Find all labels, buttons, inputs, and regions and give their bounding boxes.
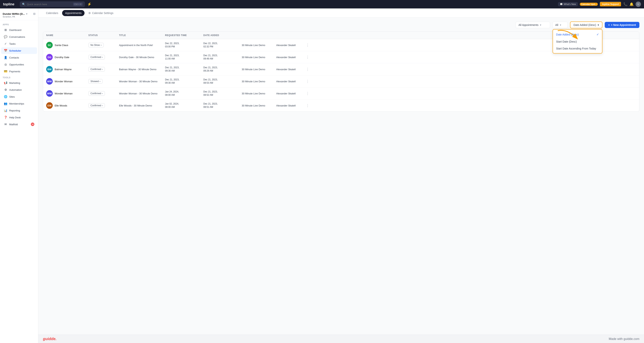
status-arrow-icon: ▾ [102, 105, 103, 107]
status-filter-dropdown[interactable]: All ▾ [552, 22, 568, 28]
status-badge[interactable]: Confirmed ▾ [88, 55, 105, 60]
sort-option-start-date-asc-today[interactable]: Start Date Ascending From Today [553, 45, 602, 52]
sidebar-item-payments[interactable]: 💳 Payments [1, 68, 37, 75]
status-badge[interactable]: Confirmed ▾ [88, 67, 105, 72]
opportunities-icon: ◎ [4, 63, 7, 66]
contact-name[interactable]: Elle Woods [55, 104, 67, 107]
appointments-filter-dropdown[interactable]: All Appointments ▾ [516, 22, 550, 28]
contact-name[interactable]: Batman Wayne [55, 68, 72, 71]
row-assigned-cell: Alexander Skatell [273, 89, 304, 98]
more-options-button[interactable]: ⋮ [307, 43, 308, 47]
layout-icon[interactable]: ⊟ [33, 12, 36, 15]
more-options-button[interactable]: ⋮ [307, 67, 308, 71]
more-options-button[interactable]: ⋮ [307, 55, 308, 59]
lightning-icon[interactable]: ⚡ [87, 2, 92, 6]
mailfold-icon: ✉ [4, 123, 7, 126]
new-appointment-button[interactable]: + + New Appointment [605, 22, 640, 28]
reporting-icon: 📊 [4, 109, 7, 112]
guidde-logo: guidde. [43, 337, 56, 341]
payments-icon: 💳 [4, 70, 7, 73]
row-assigned-cell: Alexander Skatell [273, 77, 304, 86]
sidebar-item-reporting[interactable]: 📊 Reporting [1, 107, 37, 114]
contact-name[interactable]: Wonder Woman [55, 92, 72, 95]
page-body: All Appointments ▾ All ▾ Date Added (Des… [38, 18, 644, 334]
table-row: WW Wonder Woman Confirmed ▾ Wonder Woman… [43, 88, 639, 100]
sidebar-item-tasks[interactable]: ✓ Tasks [1, 41, 37, 47]
global-search-container[interactable]: 🔍 Ctrl + K [20, 1, 85, 7]
tab-calendars[interactable]: Calendars [43, 10, 61, 16]
conversations-icon: 💬 [4, 35, 7, 39]
sidebar-item-label: Dashboard [9, 29, 22, 32]
sidebar-item-sites[interactable]: 🌐 Sites [1, 93, 37, 100]
row-name-cell: SC Santa Claus [43, 39, 85, 51]
sidebar-item-marketing[interactable]: 📢 Marketing [1, 80, 37, 86]
more-options-button[interactable]: ⋮ [307, 79, 308, 84]
more-options-button[interactable]: ⋮ [307, 103, 308, 108]
row-calendar-cell: 30 Minute Live Demo [239, 53, 273, 61]
row-title-cell: Appointment in the North Pole! [116, 41, 162, 49]
sidebar-item-label: Memberships [9, 102, 24, 105]
avatar: WW [46, 90, 53, 97]
contact-name[interactable]: Dorothy Gale [55, 56, 70, 59]
row-more-cell: ⋮ [304, 52, 312, 62]
sidebar: Dunder Mifflin [D... ▾ ⊟ Scranton, PA Ap… [0, 9, 38, 343]
user-avatar[interactable]: U [636, 2, 641, 7]
footer-text: Made with guidde.com [609, 337, 640, 341]
sidebar-item-automation[interactable]: ⚙ Automation [1, 87, 37, 93]
status-badge[interactable]: Confirmed ▾ [88, 103, 105, 108]
sidebar-item-conversations[interactable]: 💬 Conversations [1, 34, 37, 40]
row-status-cell: Confirmed ▾ [85, 64, 116, 74]
tab-appointments[interactable]: Appointments [62, 10, 85, 16]
sidebar-item-scheduler[interactable]: 📅 Scheduler [1, 47, 37, 54]
sidebar-item-dashboard[interactable]: ⊞ Dashboard [1, 27, 37, 33]
search-input[interactable] [27, 3, 72, 6]
workspace-selector[interactable]: Dunder Mifflin [D... ▾ ⊟ Scranton, PA [0, 11, 38, 20]
col-actions [304, 32, 312, 39]
status-arrow-icon: ▾ [100, 80, 100, 83]
sidebar-item-helpdesk[interactable]: ❓ Help Desk [1, 114, 37, 121]
avatar: BW [46, 66, 53, 73]
mailfold-badge: 16 [31, 123, 34, 126]
row-title-cell: Wonder Woman - 30 Minute Demo [116, 89, 162, 98]
row-date-added-cell: Dec 22, 2023,02:32 PM [200, 39, 239, 51]
row-date-added-cell: Dec 21, 2023,09:29 AM [200, 63, 239, 75]
status-badge[interactable]: No Show ▾ [88, 43, 104, 47]
row-name-cell: EW Elle Woods [43, 100, 85, 111]
sidebar-item-mailfold[interactable]: ✉ Mailfold 16 [1, 121, 37, 128]
sidebar-item-label: Sites [9, 95, 15, 98]
sidebar-item-contacts[interactable]: 👤 Contacts [1, 54, 37, 61]
phone-icon[interactable]: 📞 [623, 2, 628, 6]
row-status-cell: Showed ▾ [85, 76, 116, 86]
sort-option-start-date-desc[interactable]: Start Date (Desc) [553, 38, 602, 45]
row-more-cell: ⋮ [304, 89, 312, 98]
status-arrow-icon: ▾ [102, 56, 103, 58]
more-options-button[interactable]: ⋮ [307, 91, 308, 96]
status-badge[interactable]: Confirmed ▾ [88, 91, 105, 96]
checkmark-icon: ✓ [596, 33, 599, 36]
sidebar-item-opportunities[interactable]: ◎ Opportunities [1, 61, 37, 68]
tab-calendar-settings[interactable]: ⚙ Calendar Settings [85, 10, 116, 16]
workspace-name[interactable]: Dunder Mifflin [D... ▾ ⊟ [3, 12, 36, 15]
sort-option-date-added-desc[interactable]: Date Added (Desc) ✓ [553, 31, 602, 38]
row-name-cell: BW Batman Wayne [43, 63, 85, 75]
row-name-cell: WW Wonder Woman [43, 88, 85, 99]
dashboard-icon: ⊞ [4, 28, 7, 32]
table-row: EW Elle Woods Confirmed ▾ Elle Woods - 3… [43, 100, 639, 111]
contact-name[interactable]: Wonder Woman [55, 80, 72, 83]
contact-name[interactable]: Santa Claus [55, 44, 68, 47]
calendar-update-badge[interactable]: Calendar Upd... [580, 3, 598, 6]
support-button[interactable]: topline Support [600, 2, 622, 7]
col-requested-time: Requested Time [162, 32, 200, 39]
chat-icon: 💬 [560, 3, 563, 6]
whats-new-button[interactable]: 💬 What's New [558, 2, 578, 6]
bell-icon[interactable]: 🔔 [630, 2, 634, 6]
avatar: WW [46, 78, 53, 85]
status-filter-label: All [555, 24, 558, 27]
sidebar-item-memberships[interactable]: 👥 Memberships [1, 100, 37, 107]
sidebar-item-label: Automation [9, 88, 22, 91]
sort-button[interactable]: Date Added (Desc) ▾ [570, 22, 602, 28]
contacts-icon: 👤 [4, 56, 7, 59]
status-badge[interactable]: Showed ▾ [88, 79, 102, 84]
footer: guidde. Made with guidde.com [38, 334, 644, 343]
row-assigned-cell: Alexander Skatell [273, 53, 304, 61]
